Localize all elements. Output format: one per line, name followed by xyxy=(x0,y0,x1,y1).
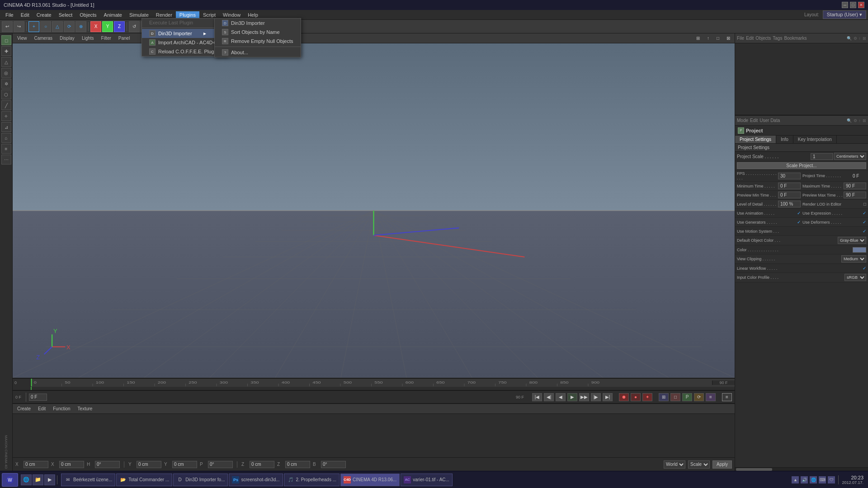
right-toolbar-icon4[interactable]: ⊠ xyxy=(863,36,866,41)
use-expr-check[interactable]: ✓ xyxy=(863,211,866,216)
tab-key-interpolation[interactable]: Key Interpolation xyxy=(793,136,837,143)
vp-icon3[interactable]: □ xyxy=(715,35,721,42)
menu-select[interactable]: Select xyxy=(55,11,76,19)
objects-menu-right[interactable]: Objects xyxy=(755,36,771,41)
vp-panel[interactable]: Panel xyxy=(117,35,132,42)
z-coord-input[interactable] xyxy=(250,461,274,468)
menu-window[interactable]: Window xyxy=(219,11,244,19)
taskbar-propellerheads-btn[interactable]: 🎵 2. Propellerheads ... xyxy=(284,474,340,486)
edit-tab[interactable]: Edit xyxy=(750,118,758,123)
menu-simulate[interactable]: Simulate xyxy=(126,11,152,19)
y-coord-input[interactable] xyxy=(137,461,161,468)
quick-folder[interactable]: 📁 xyxy=(33,474,43,485)
user-data-tab[interactable]: User Data xyxy=(760,118,780,123)
sidebar-btn10[interactable]: ⌂ xyxy=(1,133,11,143)
sidebar-btn4[interactable]: ◎ xyxy=(1,68,11,78)
use-anim-check[interactable]: ✓ xyxy=(797,211,801,216)
transport2[interactable]: □ xyxy=(670,393,680,401)
redo-button[interactable]: ↪ xyxy=(14,21,24,32)
project-scale-input[interactable] xyxy=(811,153,833,160)
go-end-button[interactable]: ▶| xyxy=(603,393,613,401)
menu-objects[interactable]: Objects xyxy=(76,11,100,19)
zaxis-button[interactable]: Z xyxy=(114,21,125,32)
sidebar-cube-btn[interactable]: ◻ xyxy=(1,35,11,45)
render-lod-check[interactable]: □ xyxy=(863,202,866,206)
b-coord-input[interactable] xyxy=(321,461,346,468)
menu-file[interactable]: File xyxy=(2,11,17,19)
key-button[interactable]: ✦ xyxy=(642,393,652,401)
apply-button[interactable]: Apply xyxy=(712,460,732,469)
taskbar-ps-btn[interactable]: Ps screenshot-din3d... xyxy=(229,474,283,486)
right-toolbar-icon2[interactable]: ⚙ xyxy=(854,36,857,41)
attr-icon2[interactable]: ⚙ xyxy=(854,118,857,123)
sidebar-btn2[interactable]: ✚ xyxy=(1,46,11,56)
menu-create[interactable]: Create xyxy=(33,11,55,19)
sidebar-btn9[interactable]: ⊿ xyxy=(1,122,11,132)
attr-icon4[interactable]: ⊠ xyxy=(863,118,866,123)
sidebar-btn5[interactable]: ✲ xyxy=(1,79,11,89)
menu-animate[interactable]: Animate xyxy=(100,11,126,19)
tool4-button[interactable]: ⟳ xyxy=(64,21,75,32)
sidebar-btn6[interactable]: ⬡ xyxy=(1,89,11,99)
attr-icon1[interactable]: 🔍 xyxy=(847,118,852,123)
taskbar-ac-btn[interactable]: AC varier-01.tif - AC... xyxy=(401,474,453,486)
undo-button[interactable]: ↩ xyxy=(2,21,13,32)
x-coord-input[interactable] xyxy=(24,461,48,468)
din3d-sub-importer[interactable]: D Din3D Importer xyxy=(215,19,301,28)
right-toolbar-icon1[interactable]: 🔍 xyxy=(847,36,852,41)
transport1[interactable]: ⊞ xyxy=(659,393,669,401)
scale-project-button[interactable]: Scale Project... xyxy=(737,162,866,169)
quick-ie[interactable]: 🌐 xyxy=(21,474,32,485)
auto-record-button[interactable]: ● xyxy=(631,393,641,401)
start-button[interactable]: W xyxy=(2,473,18,487)
viewport[interactable]: Perspective xyxy=(13,43,735,378)
record-button[interactable]: ⏺ xyxy=(619,393,629,401)
prev-play-button[interactable]: ◀ xyxy=(556,393,566,401)
mat-texture-tab[interactable]: Texture xyxy=(76,405,94,412)
taskbar-totalcmd-btn[interactable]: 📂 Total Commander ... xyxy=(116,474,172,486)
sidebar-btn12[interactable]: ⋯ xyxy=(1,155,11,164)
use-gen-check[interactable]: ✓ xyxy=(797,220,801,225)
file-menu-right[interactable]: File xyxy=(737,36,744,41)
tab-project-settings[interactable]: Project Settings xyxy=(735,136,776,143)
go-start-button[interactable]: |◀ xyxy=(532,393,542,401)
sidebar-btn7[interactable]: ╱ xyxy=(1,100,11,110)
mat-function-tab[interactable]: Function xyxy=(51,405,72,412)
preview-min-input[interactable] xyxy=(778,192,801,198)
taskbar-cinema4d-btn[interactable]: C4D CINEMA 4D R13.06... xyxy=(340,474,400,486)
use-motion-check[interactable]: ✓ xyxy=(863,229,866,234)
yaxis-button[interactable]: Y xyxy=(102,21,113,32)
transport4[interactable]: ⟳ xyxy=(694,393,704,401)
transport6[interactable]: ≡ xyxy=(722,393,732,401)
max-time-input[interactable] xyxy=(844,183,866,189)
tool5-button[interactable]: ⊕ xyxy=(75,21,86,32)
transport3[interactable]: P xyxy=(682,393,692,401)
z2-coord-input[interactable] xyxy=(285,461,310,468)
mode-tab[interactable]: Mode xyxy=(737,118,748,123)
linear-workflow-check[interactable]: ✓ xyxy=(863,266,866,271)
scale-dropdown[interactable]: Scale xyxy=(688,460,710,469)
menu-render[interactable]: Render xyxy=(152,11,176,19)
new-object-button[interactable]: + xyxy=(28,21,39,32)
horiz-scrollbar-thumb[interactable] xyxy=(736,468,772,471)
use-def-check[interactable]: ✓ xyxy=(863,220,866,225)
window-controls[interactable]: ─ □ ✕ xyxy=(842,2,864,8)
view-clipping-dropdown[interactable]: Medium Small Large xyxy=(841,255,866,263)
edit-menu-right[interactable]: Edit xyxy=(746,36,754,41)
xaxis-button[interactable]: X xyxy=(90,21,101,32)
quick-media[interactable]: ▶ xyxy=(44,474,55,485)
vp-icon4[interactable]: ⊠ xyxy=(725,35,732,42)
p-coord-input[interactable] xyxy=(208,461,233,468)
project-scale-unit[interactable]: Centimeters Meters Millimeters xyxy=(834,153,866,160)
vp-view[interactable]: View xyxy=(15,35,29,42)
sidebar-btn3[interactable]: △ xyxy=(1,57,11,67)
tool2-button[interactable]: ○ xyxy=(40,21,51,32)
preview-max-input[interactable] xyxy=(844,192,866,198)
h-coord-input[interactable] xyxy=(95,461,120,468)
right-toolbar-icon3[interactable]: ↑ xyxy=(859,36,861,41)
menu-edit[interactable]: Edit xyxy=(17,11,33,19)
menu-script[interactable]: Script xyxy=(199,11,219,19)
x2-coord-input[interactable] xyxy=(59,461,84,468)
about-item[interactable]: ? About... xyxy=(215,48,301,57)
tab-info[interactable]: Info xyxy=(776,136,793,143)
